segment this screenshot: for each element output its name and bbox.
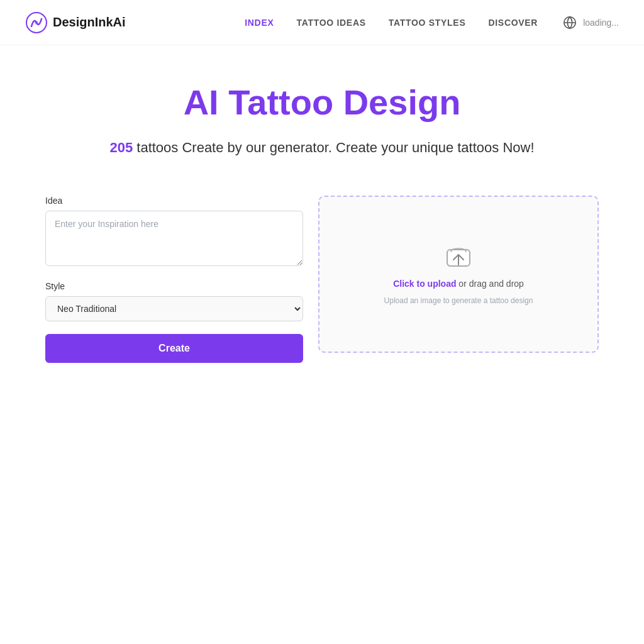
upload-icon-wrap — [445, 243, 472, 271]
main-nav: INDEX TATTOO IDEAS TATTOO STYLES DISCOVE… — [245, 18, 538, 28]
form-area: Idea Style Neo Traditional Traditional R… — [45, 196, 599, 363]
create-button[interactable]: Create — [45, 334, 303, 363]
tattoo-count: 205 — [109, 140, 133, 155]
form-left: Idea Style Neo Traditional Traditional R… — [45, 196, 303, 363]
style-label: Style — [45, 281, 303, 291]
hero-subtitle: 205 tattoos Create by our generator. Cre… — [45, 137, 599, 158]
upload-sublabel: Upload an image to generate a tattoo des… — [384, 296, 533, 305]
logo-icon — [25, 11, 48, 34]
nav-tattoo-ideas[interactable]: TATTOO IDEAS — [296, 18, 365, 28]
loading-status: loading... — [583, 18, 619, 28]
nav-discover[interactable]: DISCOVER — [488, 18, 538, 28]
hero-section: AI Tattoo Design 205 tattoos Create by o… — [45, 83, 599, 158]
nav-index[interactable]: INDEX — [245, 18, 274, 28]
style-group: Style Neo Traditional Traditional Realis… — [45, 281, 303, 321]
style-select[interactable]: Neo Traditional Traditional Realism Wate… — [45, 296, 303, 321]
nav-tattoo-styles[interactable]: TATTOO STYLES — [389, 18, 466, 28]
upload-label: Click to upload or drag and drop — [393, 279, 524, 289]
hero-title: AI Tattoo Design — [45, 83, 599, 122]
upload-or-text: or drag and drop — [456, 279, 523, 289]
logo-text: DesignInkAi — [53, 15, 126, 30]
hero-subtitle-text: tattoos Create by our generator. Create … — [133, 140, 534, 155]
globe-icon[interactable] — [563, 16, 577, 30]
upload-cloud-icon — [445, 243, 472, 271]
header-right: loading... — [563, 16, 619, 30]
idea-label: Idea — [45, 196, 303, 206]
idea-textarea[interactable] — [45, 211, 303, 266]
upload-area[interactable]: Click to upload or drag and drop Upload … — [318, 196, 599, 353]
idea-group: Idea — [45, 196, 303, 269]
upload-click-text: Click to upload — [393, 279, 456, 289]
logo[interactable]: DesignInkAi — [25, 11, 126, 34]
svg-point-1 — [35, 21, 38, 25]
